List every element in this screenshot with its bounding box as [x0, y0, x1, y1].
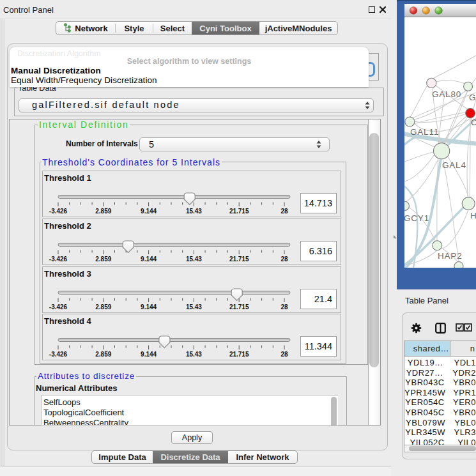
svg-text:15.43: 15.43	[186, 208, 202, 215]
svg-text:2.859: 2.859	[95, 351, 111, 358]
svg-text:15.43: 15.43	[186, 351, 202, 358]
svg-text:-3.426: -3.426	[49, 351, 68, 358]
svg-text:2.859: 2.859	[95, 303, 111, 311]
svg-text:CY: CY	[471, 118, 476, 127]
svg-text:-3.426: -3.426	[49, 208, 68, 215]
svg-text:28: 28	[280, 208, 288, 215]
svg-text:-3.426: -3.426	[49, 303, 68, 311]
svg-text:28: 28	[280, 351, 288, 358]
svg-text:-3.426: -3.426	[49, 256, 68, 263]
svg-text:21.715: 21.715	[229, 351, 249, 358]
svg-text:15.43: 15.43	[186, 256, 202, 263]
svg-text:21.715: 21.715	[229, 208, 249, 215]
svg-text:HAP2: HAP2	[438, 251, 462, 261]
svg-text:GCY1: GCY1	[404, 213, 429, 223]
svg-text:GA: GA	[469, 93, 476, 102]
svg-text:28: 28	[280, 303, 288, 311]
svg-text:GAL80: GAL80	[432, 89, 461, 99]
svg-text:9.144: 9.144	[141, 303, 157, 311]
svg-text:28: 28	[280, 256, 288, 263]
svg-text:GAL11: GAL11	[410, 127, 439, 137]
svg-text:9.144: 9.144	[141, 208, 157, 215]
svg-text:GAL4: GAL4	[442, 160, 466, 170]
svg-text:2.859: 2.859	[95, 208, 111, 215]
svg-text:9.144: 9.144	[141, 351, 157, 358]
svg-text:2.859: 2.859	[95, 256, 111, 263]
svg-text:15.43: 15.43	[186, 303, 202, 311]
svg-text:HI: HI	[470, 211, 476, 220]
svg-text:9.144: 9.144	[141, 256, 157, 263]
svg-text:21.715: 21.715	[229, 303, 249, 311]
svg-text:21.715: 21.715	[229, 256, 249, 263]
